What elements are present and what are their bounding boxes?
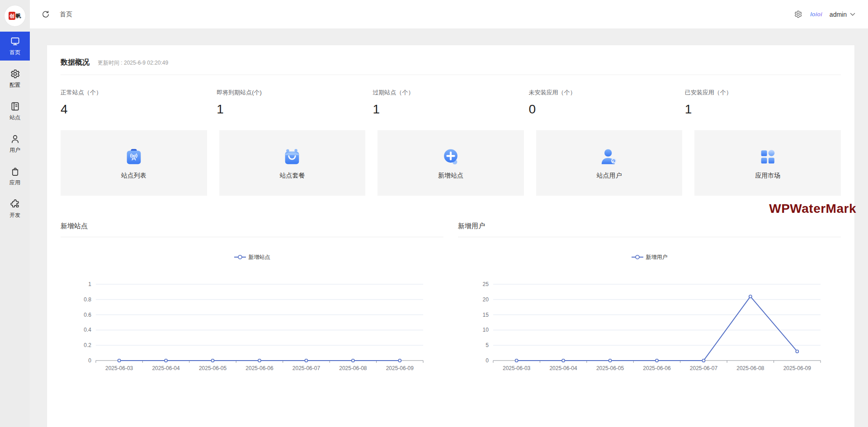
card-site-package[interactable]: 站点套餐 [219, 130, 366, 196]
svg-text:2025-06-06: 2025-06-06 [643, 365, 671, 371]
svg-text:0: 0 [486, 357, 489, 364]
shortcut-cards: 站点列表 站点套餐 新增站点 [61, 130, 841, 196]
svg-text:10: 10 [483, 327, 489, 333]
line-chart-new-sites: 00.20.40.60.812025-06-032025-06-042025-0… [61, 272, 443, 376]
svg-text:15: 15 [483, 312, 489, 318]
site-list-icon [123, 146, 144, 167]
svg-text:20: 20 [483, 296, 489, 303]
sidebar-item-label: 首页 [9, 49, 20, 56]
sidebar-item-config[interactable]: 配置 [0, 64, 30, 93]
svg-text:0: 0 [88, 357, 91, 364]
page-title: 数据概况 [61, 58, 90, 67]
sidebar: 创 帆 首页 配置 站点 用户 应用 [0, 0, 30, 427]
svg-text:2025-06-05: 2025-06-05 [199, 365, 227, 371]
sidebar-item-label: 用户 [9, 146, 20, 154]
watermark: WPWaterMark [769, 202, 856, 216]
svg-text:2025-06-09: 2025-06-09 [386, 365, 414, 371]
monitor-icon [10, 36, 20, 47]
site-user-icon [599, 146, 620, 167]
stat-normal-sites: 正常站点（个） 4 [61, 89, 217, 117]
chart-new-users: 新增用户 新增用户 05101520252025-06-032025-06-04… [458, 222, 841, 376]
refresh-button[interactable] [41, 9, 51, 19]
updated-timestamp: 更新时间 : 2025-6-9 02:20:49 [98, 59, 168, 67]
svg-text:2025-06-08: 2025-06-08 [339, 365, 367, 371]
bag-icon [10, 166, 20, 177]
site-package-icon [282, 146, 302, 167]
add-site-icon [440, 146, 461, 167]
topbar: 首页 loioi admin [30, 0, 868, 29]
svg-text:2025-06-07: 2025-06-07 [690, 365, 718, 371]
sidebar-item-dev[interactable]: 开发 [0, 194, 30, 223]
svg-text:2025-06-08: 2025-06-08 [736, 365, 764, 371]
main-content: 数据概况 更新时间 : 2025-6-9 02:20:49 正常站点（个） 4 … [30, 29, 868, 427]
sidebar-item-users[interactable]: 用户 [0, 129, 30, 158]
app-market-icon [757, 146, 778, 167]
refresh-icon [42, 10, 50, 19]
stat-uninstalled-apps: 未安装应用（个） 0 [529, 89, 685, 117]
document-icon [10, 101, 20, 112]
svg-text:0.2: 0.2 [84, 342, 91, 348]
chart-new-sites: 新增站点 新增站点 00.20.40.60.812025-06-032025-0… [61, 222, 443, 376]
puzzle-icon [10, 199, 20, 209]
svg-text:25: 25 [483, 281, 489, 287]
line-chart-new-users: 05101520252025-06-032025-06-042025-06-05… [458, 272, 841, 376]
legend-item-new-sites[interactable]: 新增站点 [61, 253, 443, 262]
svg-text:2025-06-04: 2025-06-04 [152, 365, 180, 371]
stats-row: 正常站点（个） 4 即将到期站点(个) 1 过期站点（个） 1 未安装应用（个）… [61, 89, 841, 117]
charts-row: 新增站点 新增站点 00.20.40.60.812025-06-032025-0… [61, 222, 841, 376]
app-logo[interactable]: 创 帆 [5, 5, 25, 26]
overview-panel: 数据概况 更新时间 : 2025-6-9 02:20:49 正常站点（个） 4 … [47, 45, 855, 427]
username: admin [830, 11, 847, 18]
sidebar-item-home[interactable]: 首页 [0, 32, 30, 61]
sidebar-item-label: 应用 [9, 179, 20, 187]
gear-icon [794, 10, 802, 19]
legend-line-marker-icon [632, 255, 643, 259]
chart-title: 新增站点 [61, 222, 443, 237]
sidebar-item-label: 开发 [9, 211, 20, 219]
sidebar-item-apps[interactable]: 应用 [0, 162, 30, 191]
svg-text:5: 5 [486, 342, 489, 348]
svg-text:2025-06-06: 2025-06-06 [245, 365, 274, 371]
stat-installed-apps: 已安装应用（个） 1 [685, 89, 841, 117]
stat-expiring-sites: 即将到期站点(个) 1 [217, 89, 373, 117]
legend-line-marker-icon [234, 255, 246, 259]
svg-text:2025-06-07: 2025-06-07 [292, 365, 321, 371]
svg-text:2025-06-04: 2025-06-04 [549, 365, 577, 371]
svg-text:2025-06-03: 2025-06-03 [105, 365, 133, 371]
legend-item-new-users[interactable]: 新增用户 [458, 253, 841, 262]
svg-text:0.4: 0.4 [84, 327, 91, 333]
stat-expired-sites: 过期站点（个） 1 [373, 89, 528, 117]
sidebar-item-sites[interactable]: 站点 [0, 97, 30, 126]
gear-icon [10, 69, 20, 79]
sidebar-item-label: 配置 [9, 81, 20, 89]
user-tag-link[interactable]: loioi [810, 11, 822, 18]
card-add-site[interactable]: 新增站点 [377, 130, 524, 196]
svg-text:1: 1 [88, 281, 91, 287]
sidebar-item-label: 站点 [9, 114, 20, 122]
svg-text:2025-06-09: 2025-06-09 [783, 365, 811, 371]
chart-title: 新增用户 [458, 222, 841, 237]
card-site-list[interactable]: 站点列表 [61, 130, 207, 196]
svg-text:2025-06-03: 2025-06-03 [503, 365, 531, 371]
breadcrumb[interactable]: 首页 [60, 10, 72, 19]
card-site-users[interactable]: 站点用户 [536, 130, 683, 196]
card-app-market[interactable]: 应用市场 [694, 130, 841, 196]
user-menu[interactable]: admin [830, 11, 855, 18]
logo-seal: 创 [9, 12, 15, 20]
svg-text:0.8: 0.8 [84, 296, 91, 303]
svg-text:0.6: 0.6 [84, 312, 91, 318]
settings-button[interactable] [793, 9, 803, 19]
chevron-down-icon [850, 13, 855, 16]
svg-text:2025-06-05: 2025-06-05 [596, 365, 624, 371]
user-icon [10, 134, 20, 144]
